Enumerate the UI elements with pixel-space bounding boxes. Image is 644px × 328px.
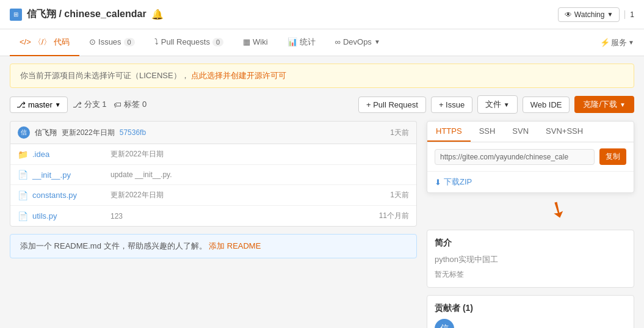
- clone-chevron-icon: ▼: [620, 101, 626, 108]
- add-readme-link[interactable]: 添加 README: [209, 241, 261, 250]
- file-icon: 📄: [18, 211, 27, 221]
- stats-icon: 📊: [288, 37, 297, 46]
- file-time: 1天前: [390, 190, 409, 200]
- watch-chevron-icon: ▼: [607, 11, 613, 18]
- clone-button[interactable]: 克隆/下载 ▼: [574, 96, 634, 113]
- issue-button[interactable]: + Issue: [431, 97, 472, 113]
- commit-message: 更新2022年日期: [62, 128, 115, 138]
- tags-stat[interactable]: 🏷 标签 0: [114, 99, 147, 110]
- file-commit-msg: 更新2022年日期: [110, 190, 385, 200]
- branch-selector[interactable]: ⎇ master ▼: [10, 97, 68, 113]
- commit-avatar: 信: [18, 126, 30, 139]
- intro-description: python实现中国工: [435, 253, 626, 266]
- pull-request-button[interactable]: + Pull Request: [358, 97, 426, 113]
- tab-pulls[interactable]: ⤵ Pull Requests 0: [145, 30, 233, 55]
- file-button[interactable]: 文件 ▼: [477, 95, 518, 114]
- tags-label: 标签 0: [124, 99, 147, 110]
- contrib-avatar[interactable]: 信: [435, 319, 454, 329]
- main-content: 你当前开源项目尚未选择许可证（LICENSE）， 点此选择并创建开源许可可 ⎇ …: [0, 56, 644, 328]
- repo-stats: ⎇ 分支 1 🏷 标签 0: [73, 99, 147, 110]
- repo-type-icon: ⊞: [10, 9, 22, 21]
- file-chevron-icon: ▼: [504, 101, 510, 108]
- readme-notice: 添加一个 README.md 文件，帮助感兴趣的人了解。 添加 README: [10, 234, 417, 258]
- tab-wiki[interactable]: ▦ Wiki: [233, 30, 278, 55]
- content-area: 信 信飞翔 更新2022年日期 57536fb 1天前 📁 .idea 更新20…: [10, 121, 634, 328]
- clone-panel-container: HTTPS SSH SVN SVN+SSH 复制 ⬇ 下载ZIP ➘: [427, 121, 634, 328]
- file-commit-msg: update __init__.py.: [110, 170, 404, 179]
- pulls-badge: 0: [212, 38, 223, 46]
- contrib-title: 贡献者 (1): [435, 303, 626, 314]
- file-commit-msg: 123: [110, 212, 374, 220]
- owner-link[interactable]: 信飞翔: [27, 9, 56, 19]
- toolbar-right: + Pull Request + Issue 文件 ▼ Web IDE 克隆/下…: [358, 95, 634, 114]
- repo-link[interactable]: chinese_calendar: [64, 9, 146, 19]
- clone-url-input[interactable]: [435, 149, 595, 165]
- clone-tab-svn[interactable]: SVN: [504, 122, 537, 142]
- tab-code[interactable]: </> 〈/〉 代码: [10, 29, 79, 56]
- code-icon: </>: [20, 37, 31, 46]
- license-notice: 你当前开源项目尚未选择许可证（LICENSE）， 点此选择并创建开源许可可: [10, 64, 634, 88]
- watch-count: 1: [624, 10, 634, 19]
- download-zip-link[interactable]: ⬇ 下载ZIP: [435, 177, 626, 188]
- tab-devops-label: DevOps: [343, 37, 372, 46]
- notice-text: 你当前开源项目尚未选择许可证（LICENSE），: [20, 71, 189, 80]
- tab-stats[interactable]: 📊 统计: [278, 29, 325, 56]
- devops-icon: ∞: [335, 37, 341, 46]
- tab-pulls-label: Pull Requests: [161, 37, 210, 46]
- file-name-link[interactable]: constants.py: [32, 191, 106, 200]
- pulls-icon: ⤵: [154, 37, 159, 46]
- clone-protocol-tabs: HTTPS SSH SVN SVN+SSH: [427, 122, 634, 142]
- commit-bar: 信 信飞翔 更新2022年日期 57536fb 1天前: [10, 121, 417, 144]
- watch-label: Watching: [574, 10, 605, 19]
- download-icon: ⬇: [435, 178, 441, 187]
- clone-dropdown-panel: HTTPS SSH SVN SVN+SSH 复制 ⬇ 下载ZIP: [427, 121, 634, 193]
- license-link[interactable]: 点此选择并创建开源许可可: [191, 71, 286, 80]
- tab-issues[interactable]: ⊙ Issues 0: [79, 30, 145, 55]
- folder-icon: 📁: [18, 150, 27, 159]
- clone-tab-https[interactable]: HTTPS: [427, 122, 471, 142]
- file-commit-msg: 更新2022年日期: [110, 149, 404, 159]
- watch-button[interactable]: 👁 Watching ▼: [558, 7, 620, 22]
- commit-hash-link[interactable]: 57536fb: [120, 128, 146, 137]
- file-label: 文件: [485, 100, 501, 109]
- webide-button[interactable]: Web IDE: [523, 97, 570, 113]
- commit-time: 1天前: [390, 128, 409, 138]
- tab-code-label: 〈/〉 代码: [34, 37, 70, 48]
- copy-url-button[interactable]: 复制: [599, 148, 626, 165]
- file-icon: 📄: [18, 170, 27, 180]
- clone-tab-ssh[interactable]: SSH: [471, 122, 504, 142]
- file-icon: 📄: [18, 191, 27, 200]
- notify-icon[interactable]: 🔔: [151, 9, 164, 20]
- file-table: 📁 .idea 更新2022年日期 📄 __init__.py update _…: [10, 144, 417, 227]
- arrow-indicator: ➘: [544, 194, 573, 225]
- branch-icon: ⎇: [16, 100, 26, 109]
- services-chevron-icon: ▼: [628, 39, 634, 46]
- header-left: ⊞ 信飞翔 / chinese_calendar 🔔: [10, 8, 164, 21]
- table-row: 📄 utils.py 123 11个月前: [10, 206, 416, 226]
- branches-label: 分支 1: [84, 99, 107, 110]
- commit-author[interactable]: 信飞翔: [35, 128, 57, 138]
- header: ⊞ 信飞翔 / chinese_calendar 🔔 👁 Watching ▼ …: [0, 0, 644, 29]
- file-name-link[interactable]: __init__.py: [32, 170, 106, 180]
- tab-bar: </> 〈/〉 代码 ⊙ Issues 0 ⤵ Pull Requests 0 …: [0, 29, 644, 56]
- file-name-link[interactable]: utils.py: [32, 211, 106, 220]
- clone-tab-svnplus[interactable]: SVN+SSH: [537, 122, 592, 142]
- tab-stats-label: 统计: [300, 37, 316, 48]
- tab-services-label: 服务: [611, 37, 627, 48]
- branch-chevron-icon: ▼: [55, 101, 61, 108]
- tab-services[interactable]: ⚡ 服务 ▼: [600, 37, 634, 48]
- branches-stat[interactable]: ⎇ 分支 1: [73, 99, 107, 110]
- repo-breadcrumb: 信飞翔 / chinese_calendar: [27, 8, 147, 21]
- file-name-link[interactable]: .idea: [32, 150, 106, 159]
- services-icon: ⚡: [600, 38, 610, 47]
- no-tags-label: 暂无标签: [435, 269, 626, 280]
- file-time: 11个月前: [379, 211, 409, 221]
- issues-badge: 0: [124, 38, 135, 46]
- repo-toolbar: ⎇ master ▼ ⎇ 分支 1 🏷 标签 0 + Pull Request …: [10, 95, 634, 114]
- tab-issues-label: Issues: [98, 37, 121, 46]
- branch-label: master: [28, 100, 52, 109]
- tag-icon: 🏷: [114, 100, 121, 109]
- tab-devops[interactable]: ∞ DevOps ▼: [325, 30, 390, 55]
- intro-panel: 简介 python实现中国工 暂无标签: [427, 230, 634, 288]
- download-zip-label: 下载ZIP: [444, 177, 472, 188]
